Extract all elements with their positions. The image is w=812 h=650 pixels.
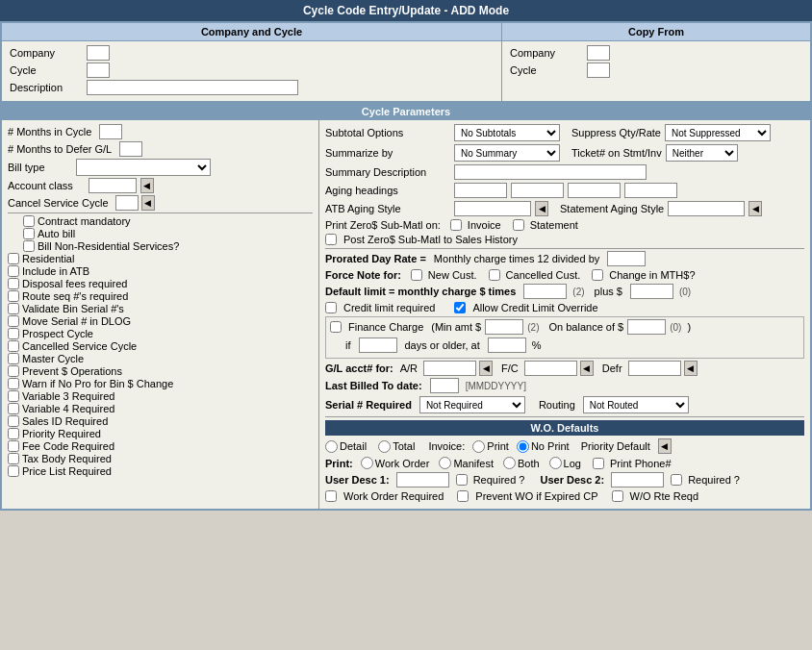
subtotal-options-select[interactable]: No Subtotals [454, 124, 560, 141]
cb_warn_no_pro[interactable] [8, 378, 19, 389]
if-input[interactable] [359, 338, 397, 353]
cb_price_list[interactable] [8, 465, 19, 477]
cb_include_atb[interactable] [8, 265, 19, 277]
post-zero-checkbox[interactable] [325, 234, 337, 245]
summarize-by-select[interactable]: No Summary [454, 144, 560, 162]
serial-required-select[interactable]: Not Required [419, 396, 525, 413]
cb_prevent_dollar[interactable] [8, 365, 19, 377]
wo-manifest-radio[interactable] [439, 457, 451, 469]
invoice-label2: Invoice: [428, 440, 465, 452]
cb_fee_code[interactable] [8, 440, 19, 452]
routing-select[interactable]: Not Routed [583, 396, 689, 413]
cancel-service-label: Cancel Service Cycle [8, 197, 109, 209]
summary-desc-input[interactable] [454, 164, 647, 180]
suppress-qty-rate-select[interactable]: Not Suppressed [665, 124, 771, 141]
fc-arrow[interactable]: ◀ [580, 361, 594, 376]
months-in-cycle-input[interactable] [99, 124, 122, 139]
company-input[interactable] [87, 45, 110, 61]
aging3-input[interactable] [568, 183, 621, 198]
cycle-input[interactable] [87, 62, 110, 78]
prorated-input[interactable] [607, 251, 646, 266]
on-balance-input[interactable] [627, 319, 666, 335]
work-order-req-checkbox[interactable] [325, 490, 337, 502]
priority-arrow[interactable]: ◀ [658, 438, 672, 454]
cb_master[interactable] [8, 353, 19, 364]
subtotal-options-label: Subtotal Options [325, 127, 450, 138]
cb_route_seq[interactable] [8, 290, 19, 302]
statement-checkbox[interactable] [513, 219, 524, 231]
wo-print-radio[interactable] [472, 440, 485, 453]
atb-aging-arrow[interactable]: ◀ [535, 201, 548, 216]
cb_cancelled_svc[interactable] [8, 340, 19, 352]
checkbox-item-cb_prevent_dollar: Prevent $ Operations [8, 365, 313, 377]
cancelled-cust-checkbox[interactable] [489, 269, 500, 281]
new-cust-checkbox[interactable] [411, 269, 422, 281]
account-class-label: Account class [8, 180, 73, 191]
aging2-input[interactable] [511, 183, 564, 198]
user-desc1-input[interactable] [396, 472, 449, 488]
last-billed-input[interactable] [430, 378, 459, 393]
cb_prospect[interactable] [8, 328, 19, 339]
cb_priority[interactable] [8, 428, 19, 439]
wo-log-radio[interactable] [549, 457, 562, 469]
wo-rte-reqd-checkbox[interactable] [612, 490, 623, 502]
atb-aging-label: ATB Aging Style [325, 203, 450, 214]
copy-cycle-input[interactable] [587, 62, 610, 78]
wo-both-radio[interactable] [503, 457, 516, 469]
cb_bill_non_res[interactable] [23, 240, 35, 252]
atb-aging-input[interactable] [454, 201, 531, 216]
aging1-input[interactable] [454, 183, 507, 198]
cb_sales_id[interactable] [8, 415, 19, 427]
required2-checkbox[interactable] [671, 474, 682, 486]
cb_auto_bill[interactable] [23, 228, 35, 239]
invoice-checkbox[interactable] [450, 219, 462, 231]
wo-detail-radio[interactable] [325, 440, 338, 453]
cb_validate_bin-label: Validate Bin Serial #'s [22, 303, 124, 314]
plus-input[interactable] [630, 284, 673, 299]
user-desc1-label: User Desc 1: [325, 474, 390, 486]
aging4-input[interactable] [624, 183, 677, 198]
account-class-arrow[interactable]: ◀ [140, 178, 154, 193]
plus-label: plus $ [595, 286, 622, 297]
cancel-service-input[interactable] [115, 195, 139, 211]
stmt-aging-input[interactable] [668, 201, 745, 216]
user-desc2-input[interactable] [611, 472, 664, 488]
fc-input[interactable] [524, 361, 577, 376]
cb_residential[interactable] [8, 253, 19, 264]
change-mth-checkbox[interactable] [592, 269, 603, 281]
cb_tax_body[interactable] [8, 453, 19, 464]
defr-input[interactable] [628, 361, 681, 376]
wo-detail-label: Detail [340, 440, 367, 452]
wo-no-print-radio[interactable] [517, 440, 529, 453]
print-phone-checkbox[interactable] [593, 458, 604, 469]
allow-credit-label: Allow Credit Limit Override [472, 302, 597, 313]
months-defer-input[interactable] [119, 141, 142, 157]
cb_variable3[interactable] [8, 390, 19, 402]
percent-input[interactable] [488, 338, 526, 353]
cb_contract[interactable] [23, 215, 35, 227]
default-limit-input[interactable] [523, 284, 567, 299]
cb_disposal[interactable] [8, 278, 19, 289]
ar-input[interactable] [423, 361, 476, 376]
min-amt-input[interactable] [485, 319, 523, 335]
cb_move_serial[interactable] [8, 315, 19, 327]
cancel-service-arrow[interactable]: ◀ [141, 195, 155, 211]
cb_variable4[interactable] [8, 403, 19, 414]
ar-arrow[interactable]: ◀ [479, 361, 493, 376]
required1-checkbox[interactable] [456, 474, 468, 486]
account-class-input[interactable] [89, 178, 137, 193]
checkbox-item-cb_auto_bill: Auto bill [8, 228, 313, 239]
copy-company-input[interactable] [587, 45, 610, 61]
defr-arrow[interactable]: ◀ [684, 361, 698, 376]
stmt-aging-arrow[interactable]: ◀ [749, 201, 762, 216]
description-input[interactable] [87, 80, 298, 95]
cb_validate_bin[interactable] [8, 303, 19, 314]
credit-limit-checkbox[interactable] [325, 302, 337, 313]
finance-charge-checkbox[interactable] [330, 321, 342, 333]
ticket-stmt-inv-select[interactable]: Neither [666, 144, 738, 162]
allow-credit-checkbox[interactable] [454, 302, 466, 313]
bill-type-select[interactable] [76, 159, 211, 176]
prevent-wo-checkbox[interactable] [457, 490, 469, 502]
wo-work-order-radio[interactable] [361, 457, 373, 469]
wo-total-radio[interactable] [378, 440, 391, 453]
